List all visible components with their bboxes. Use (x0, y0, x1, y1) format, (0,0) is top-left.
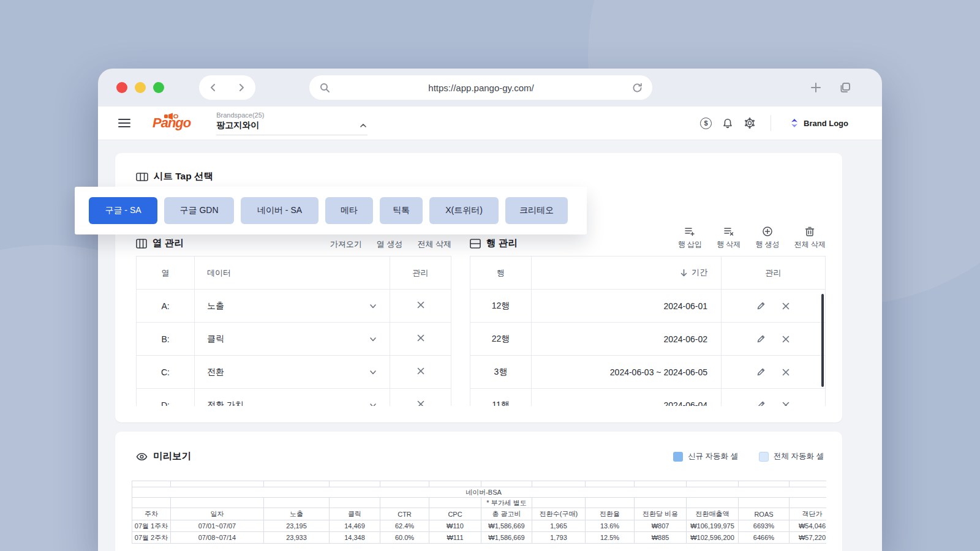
header-divider (771, 115, 771, 131)
preview-table-viewport: 네이버-BSA * 부가세 별도 주차 일자 노출 (132, 481, 826, 551)
row-key: 11행 (470, 389, 532, 407)
create-row-button[interactable]: 행 생성 (755, 226, 779, 250)
sheet-tab-naver-sa[interactable]: 네이버 - SA (241, 197, 318, 224)
scrollbar-thumb[interactable] (821, 294, 824, 387)
chrome-actions (810, 75, 851, 100)
menu-button[interactable] (118, 119, 130, 127)
tab-overview-icon[interactable] (839, 81, 851, 94)
data-select[interactable]: 클릭 (195, 334, 390, 345)
refresh-icon[interactable] (632, 83, 643, 93)
address-bar[interactable]: https://app.pango-gy.com/ (309, 75, 652, 100)
sheet-header-row: 주차 일자 노출 클릭 CTR CPC 총 광고비 전환수(구매) 전환율 전환… (132, 508, 827, 520)
row-row: 3행 2024-06-03 ~ 2024-06-05 (470, 356, 826, 389)
row-manager: 행 관리 행 삽입 행 삭제 (470, 220, 826, 406)
row-period: 2024-06-03 ~ 2024-06-05 (532, 356, 722, 389)
delete-column-row-button[interactable] (417, 367, 425, 375)
bell-icon[interactable] (722, 117, 734, 129)
row-row: 11행 2024-06-04 (470, 389, 826, 407)
insert-row-button[interactable]: 행 삽입 (678, 226, 702, 250)
delete-row-row-button[interactable] (782, 368, 790, 377)
app-viewport: Pango Brandspace(25) 팡고지와이 $ (98, 107, 882, 551)
brandspace-selector[interactable]: Brandspace(25) 팡고지와이 (216, 111, 368, 135)
delete-row-row-button[interactable] (782, 302, 790, 310)
column-table-viewport: 열 데이터 관리 A: 노출 (136, 256, 451, 406)
minimize-window-button[interactable] (135, 82, 146, 93)
row-manager-title: 행 관리 (470, 237, 518, 250)
delete-column-row-button[interactable] (417, 334, 425, 342)
pencil-icon (756, 301, 766, 310)
edit-row-button[interactable] (756, 301, 766, 310)
column-key: C: (137, 356, 195, 389)
delete-all-rows-button[interactable]: 전체 삭제 (794, 226, 826, 250)
eye-icon (136, 452, 148, 462)
sheet-tab-x-twitter[interactable]: X(트위터) (429, 197, 499, 224)
row-period: 2024-06-04 (532, 389, 722, 407)
delete-row-button[interactable]: 행 삭제 (717, 226, 741, 250)
x-icon (782, 401, 790, 407)
row-period: 2024-06-01 (532, 290, 722, 323)
browser-chrome: https://app.pango-gy.com/ (98, 69, 882, 107)
x-icon (417, 301, 425, 309)
x-icon (782, 368, 790, 377)
vat-note: * 부가세 별도 (481, 498, 532, 508)
sheet-tab-title-text: 시트 Tap 선택 (154, 170, 213, 183)
new-tab-icon[interactable] (810, 81, 822, 94)
preview-legend: 신규 자동화 셀 전체 자동화 셀 (673, 451, 824, 462)
maximize-window-button[interactable] (153, 82, 164, 93)
sheet-tab-criteo[interactable]: 크리테오 (505, 197, 568, 224)
header-data: 데이터 (195, 257, 390, 290)
pencil-icon (756, 367, 766, 377)
currency-icon[interactable]: $ (700, 118, 712, 129)
column-row: D: 전환 가치 (137, 389, 451, 407)
data-select[interactable]: 전환 가치 (195, 400, 390, 407)
create-column-button[interactable]: 열 생성 (377, 239, 403, 250)
header-row: 행 (470, 257, 532, 290)
sheet-tab-meta[interactable]: 메타 (325, 197, 373, 224)
column-row: B: 클릭 (137, 323, 451, 356)
legend-new-auto-cell: 신규 자동화 셀 (673, 451, 738, 462)
delete-column-row-button[interactable] (417, 400, 425, 406)
import-button[interactable]: 가져오기 (330, 239, 362, 250)
sheet-tab-google-sa[interactable]: 구글 - SA (89, 197, 157, 224)
x-icon (782, 302, 790, 310)
sheet-data-row: 07월 2주차 07/08~07/14 23,933 14,348 60.0% … (132, 532, 827, 544)
brand-logo-mark-icon (790, 118, 799, 128)
legend-swatch-all (759, 452, 769, 462)
column-key: B: (137, 323, 195, 356)
edit-row-button[interactable] (756, 400, 766, 406)
sheet-tab-tiktok[interactable]: 틱톡 (380, 197, 423, 224)
delete-row-row-button[interactable] (782, 335, 790, 343)
header-period[interactable]: 기간 (532, 257, 722, 290)
brand-logo: Brand Logo (790, 118, 848, 128)
delete-row-row-button[interactable] (782, 401, 790, 407)
sheet-blank-row (132, 481, 827, 487)
pencil-icon (756, 400, 766, 406)
edit-row-button[interactable] (756, 334, 766, 343)
rows-icon (470, 239, 481, 249)
row-table-header: 행 기간 관리 (470, 257, 826, 290)
nav-buttons (199, 75, 255, 100)
gear-icon[interactable] (744, 117, 756, 129)
plus-circle-icon (762, 226, 773, 237)
header-manage: 관리 (722, 257, 826, 290)
megaphone-icon (163, 113, 179, 120)
sheet-group-title: 네이버-BSA (132, 487, 827, 498)
data-select[interactable]: 전환 (195, 367, 390, 378)
column-row: A: 노출 (137, 290, 451, 323)
row-delete-icon (723, 226, 734, 237)
column-manager-title: 열 관리 (136, 237, 184, 250)
forward-button[interactable] (236, 82, 247, 93)
columns-icon (136, 239, 147, 249)
arrow-down-icon (680, 269, 688, 277)
brandspace-label: Brandspace(25) (216, 111, 368, 119)
chevron-down-icon (369, 401, 377, 407)
sheet-tab-google-gdn[interactable]: 구글 GDN (164, 197, 234, 224)
row-table: 행 기간 관리 12행 2024-06-01 (470, 256, 826, 406)
sheet-vat-row: * 부가세 별도 (132, 498, 827, 508)
close-window-button[interactable] (116, 82, 127, 93)
edit-row-button[interactable] (756, 367, 766, 377)
delete-column-row-button[interactable] (417, 301, 425, 309)
data-select[interactable]: 노출 (195, 301, 390, 312)
delete-all-columns-button[interactable]: 전체 삭제 (417, 239, 451, 250)
back-button[interactable] (208, 82, 219, 93)
